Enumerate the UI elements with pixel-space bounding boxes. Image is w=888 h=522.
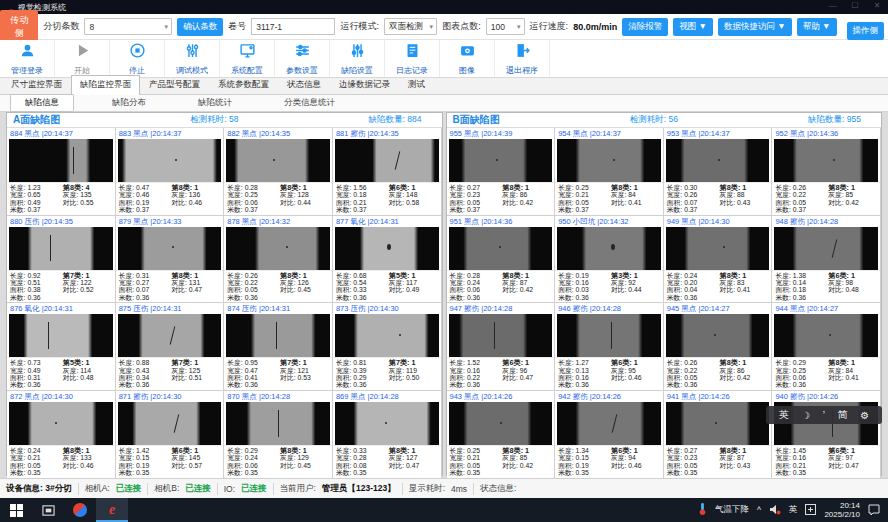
defect-cell[interactable]: 869 黑点 |20:14:28 长度: 0.33 宽度: 0.28 面积: 0… [333, 391, 442, 479]
defect-image[interactable] [9, 402, 113, 445]
defect-image[interactable] [449, 139, 553, 182]
defect-cell[interactable]: 874 压伤 |20:14:31 长度: 0.95 宽度: 0.47 面积: 0… [224, 303, 333, 391]
defect-image[interactable] [335, 227, 439, 270]
action-button-sliders-v[interactable]: 缺陷设置 [330, 40, 385, 77]
defect-image[interactable] [335, 402, 439, 445]
drive-side-button[interactable]: 传动侧 [0, 10, 38, 44]
defect-cell[interactable]: 944 黑点 |20:14:27 长度: 0.29 宽度: 0.25 面积: 0… [772, 303, 881, 391]
defect-image[interactable] [774, 139, 878, 182]
ime-indicator-icon[interactable] [805, 501, 816, 519]
ime-punctuation-toggle[interactable]: ’ [823, 410, 825, 421]
defect-cell[interactable]: 946 擦伤 |20:14:28 长度: 1.27 宽度: 0.13 面积: 0… [555, 303, 664, 391]
defect-cell[interactable]: 954 黑点 |20:14:37 长度: 0.25 宽度: 0.21 面积: 0… [555, 128, 664, 216]
slit-count-select[interactable]: 8▼ [84, 18, 172, 35]
defect-cell[interactable]: 943 黑点 |20:14:26 长度: 0.25 宽度: 0.21 面积: 0… [447, 391, 556, 479]
defect-image[interactable] [774, 227, 878, 270]
operator-side-button[interactable]: 操作侧 [847, 22, 885, 40]
defect-cell[interactable]: 872 黑点 |20:14:30 长度: 0.24 宽度: 0.21 面积: 0… [7, 391, 116, 479]
sub-tab-3[interactable]: 分类信息统计 [270, 95, 349, 111]
defect-cell[interactable]: 952 黑点 |20:14:36 长度: 0.26 宽度: 0.22 面积: 0… [772, 128, 881, 216]
action-button-user[interactable]: 管理登录 [0, 40, 55, 77]
action-button-image[interactable]: 图像 [440, 40, 495, 77]
defect-cell[interactable]: 879 黑点 |20:14:33 长度: 0.31 宽度: 0.27 面积: 0… [116, 216, 225, 304]
defect-cell[interactable]: 878 黑点 |20:14:32 长度: 0.26 宽度: 0.22 面积: 0… [224, 216, 333, 304]
chart-points-select[interactable]: 100▼ [486, 18, 525, 35]
defect-image[interactable] [118, 402, 222, 445]
defect-cell[interactable]: 875 压伤 |20:14:31 长度: 0.88 宽度: 0.43 面积: 0… [116, 303, 225, 391]
defect-cell[interactable]: 955 黑点 |20:14:39 长度: 0.27 宽度: 0.23 面积: 0… [447, 128, 556, 216]
defect-image[interactable] [774, 314, 878, 357]
defect-cell[interactable]: 949 黑点 |20:14:30 长度: 0.24 宽度: 0.20 面积: 0… [664, 216, 773, 304]
run-mode-select[interactable]: 双面检测▼ [384, 18, 437, 35]
defect-image[interactable] [557, 314, 661, 357]
action-button-sliders-h[interactable]: 参数设置 [275, 40, 330, 77]
ime-english-toggle[interactable]: 英 [779, 408, 789, 422]
defect-image[interactable] [9, 314, 113, 357]
minimize-icon[interactable]: — [826, 1, 840, 10]
defect-cell[interactable]: 953 黑点 |20:14:37 长度: 0.30 宽度: 0.26 面积: 0… [664, 128, 773, 216]
taskbar-clock[interactable]: 20:14 2025/2/10 [824, 501, 860, 519]
taskbar-app-browser[interactable] [64, 498, 96, 522]
language-indicator[interactable]: 英 [789, 504, 798, 516]
sub-tab-2[interactable]: 缺陷统计 [184, 95, 246, 111]
defect-image[interactable] [118, 314, 222, 357]
defect-cell[interactable]: 945 黑点 |20:14:27 长度: 0.26 宽度: 0.22 面积: 0… [664, 303, 773, 391]
defect-cell[interactable]: 880 压伤 |20:14:35 长度: 0.92 宽度: 0.51 面积: 0… [7, 216, 116, 304]
defect-cell[interactable]: 951 黑点 |20:14:36 长度: 0.28 宽度: 0.24 面积: 0… [447, 216, 556, 304]
defect-image[interactable] [226, 139, 330, 182]
moon-icon[interactable]: ☽ [801, 410, 810, 421]
defect-cell[interactable]: 947 擦伤 |20:14:28 长度: 1.52 宽度: 0.16 面积: 0… [447, 303, 556, 391]
action-button-tune[interactable]: 调试模式 [165, 40, 220, 77]
tray-expand-caret[interactable]: ^ [757, 505, 761, 515]
confirm-count-button[interactable]: 确认条数 [177, 18, 223, 36]
roll-number-input[interactable]: 3117-1 [251, 18, 335, 35]
defect-cell[interactable]: 940 擦伤 |20:14:26 长度: 1.45 宽度: 0.16 面积: 0… [772, 391, 881, 479]
defect-image[interactable] [9, 227, 113, 270]
defect-image[interactable] [226, 402, 330, 445]
action-button-exit[interactable]: 退出程序 [495, 40, 550, 77]
main-tab-2[interactable]: 产品型号配置 [140, 75, 209, 94]
help-menu-button[interactable]: 帮助 ▼ [797, 18, 837, 36]
sub-tab-1[interactable]: 缺陷分布 [98, 95, 160, 111]
defect-image[interactable] [666, 139, 770, 182]
defect-cell[interactable]: 870 黑点 |20:14:28 长度: 0.29 宽度: 0.24 面积: 0… [224, 391, 333, 479]
main-tab-4[interactable]: 状态信息 [278, 75, 330, 94]
defect-image[interactable] [118, 227, 222, 270]
weather-text[interactable]: 气温下降 [715, 504, 749, 516]
defect-cell[interactable]: 876 氧化 |20:14:31 长度: 0.73 宽度: 0.49 面积: 0… [7, 303, 116, 391]
action-button-monitor[interactable]: 系统配置 [220, 40, 275, 77]
start-button[interactable] [0, 498, 32, 522]
defect-image[interactable] [226, 314, 330, 357]
defect-cell[interactable]: 871 擦伤 |20:14:30 长度: 1.42 宽度: 0.15 面积: 0… [116, 391, 225, 479]
defect-image[interactable] [335, 314, 439, 357]
defect-image[interactable] [226, 227, 330, 270]
sub-tab-0[interactable]: 缺陷信息 [10, 94, 74, 112]
maximize-icon[interactable]: ☐ [848, 1, 862, 10]
defect-image[interactable] [449, 314, 553, 357]
view-menu-button[interactable]: 视图 ▼ [673, 18, 713, 36]
defect-image[interactable] [557, 227, 661, 270]
defect-cell[interactable]: 877 氧化 |20:14:31 长度: 0.68 宽度: 0.54 面积: 0… [333, 216, 442, 304]
speaker-icon[interactable] [769, 501, 781, 519]
defect-image[interactable] [449, 402, 553, 445]
defect-cell[interactable]: 942 擦伤 |20:14:26 长度: 1.34 宽度: 0.15 面积: 0… [555, 391, 664, 479]
defect-cell[interactable]: 884 黑点 |20:14:37 长度: 1.23 宽度: 0.65 面积: 0… [7, 128, 116, 216]
defect-cell[interactable]: 882 黑点 |20:14:35 长度: 0.28 宽度: 0.25 面积: 0… [224, 128, 333, 216]
main-tab-1[interactable]: 缺陷监控界面 [71, 75, 140, 95]
action-button-play[interactable]: 开始 [55, 40, 110, 77]
defect-image[interactable] [449, 227, 553, 270]
defect-cell[interactable]: 948 擦伤 |20:14:28 长度: 1.38 宽度: 0.14 面积: 0… [772, 216, 881, 304]
action-button-stop[interactable]: 停止 [110, 40, 165, 77]
taskbar-app-inspection[interactable]: e [96, 498, 128, 522]
defect-image[interactable] [666, 402, 770, 445]
action-button-log[interactable]: 日志记录 [385, 40, 440, 77]
defect-cell[interactable]: 881 擦伤 |20:14:35 长度: 1.56 宽度: 0.18 面积: 0… [333, 128, 442, 216]
defect-image[interactable] [557, 402, 661, 445]
main-tab-6[interactable]: 测试 [399, 75, 434, 94]
clear-alarm-button[interactable]: 清除报警 [622, 18, 668, 36]
defect-cell[interactable]: 941 黑点 |20:14:26 长度: 0.27 宽度: 0.23 面积: 0… [664, 391, 773, 479]
defect-image[interactable] [666, 227, 770, 270]
ime-simplified-toggle[interactable]: 简 [838, 408, 848, 422]
defect-image[interactable] [557, 139, 661, 182]
main-tab-5[interactable]: 边缘数据记录 [330, 75, 399, 94]
